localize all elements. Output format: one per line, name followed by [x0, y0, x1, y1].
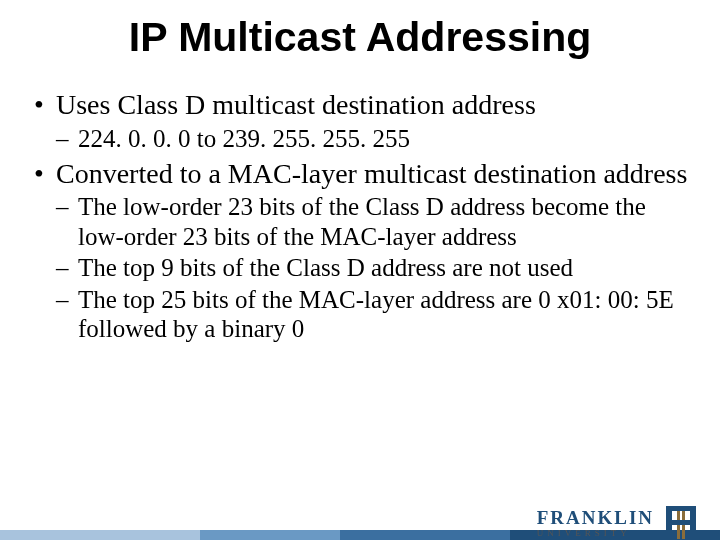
svg-rect-3	[666, 520, 696, 525]
bullet-item: Uses Class D multicast destination addre…	[30, 88, 690, 153]
logo-subtitle: UNIVERSITY	[537, 529, 654, 538]
sub-bullet-item: The low-order 23 bits of the Class D add…	[56, 192, 690, 251]
logo: FRANKLIN UNIVERSITY	[537, 502, 702, 540]
svg-rect-4	[677, 511, 680, 520]
sub-bullet-item: 224. 0. 0. 0 to 239. 255. 255. 255	[56, 124, 690, 154]
sub-bullet-item: The top 25 bits of the MAC-layer address…	[56, 285, 690, 344]
footer-bar-segment	[0, 530, 200, 540]
bullet-text: Uses Class D multicast destination addre…	[56, 89, 536, 120]
sub-bullet-item: The top 9 bits of the Class D address ar…	[56, 253, 690, 283]
slide-body: Uses Class D multicast destination addre…	[30, 88, 690, 343]
svg-rect-7	[682, 525, 685, 539]
svg-rect-5	[682, 511, 685, 520]
bullet-text: Converted to a MAC-layer multicast desti…	[56, 158, 687, 189]
svg-rect-6	[677, 525, 680, 539]
footer: FRANKLIN UNIVERSITY	[0, 486, 720, 540]
svg-rect-2	[666, 506, 696, 511]
slide-title: IP Multicast Addressing	[0, 14, 720, 61]
logo-name: FRANKLIN	[537, 508, 654, 527]
bullet-item: Converted to a MAC-layer multicast desti…	[30, 157, 690, 344]
logo-icon	[660, 502, 702, 540]
